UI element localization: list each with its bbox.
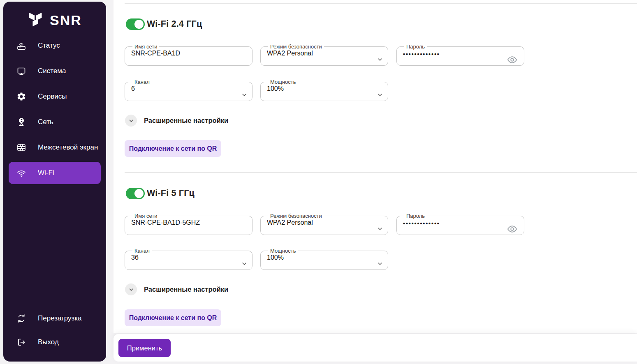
sidebar-item-firewall[interactable]: Межсетевой экран xyxy=(9,136,101,159)
wifi-24-power-select[interactable]: Мощность 100% xyxy=(260,79,388,101)
sidebar-item-logout[interactable]: Выход xyxy=(9,331,101,353)
globe-network-icon xyxy=(16,117,26,127)
expand-chevron-button[interactable] xyxy=(125,115,137,127)
chevron-down-icon xyxy=(377,92,383,98)
refresh-icon xyxy=(16,313,26,323)
chevron-down-icon xyxy=(377,56,383,63)
monitor-icon xyxy=(16,66,26,76)
wifi-5-enable-toggle[interactable] xyxy=(126,188,145,199)
power-label: Мощность xyxy=(268,79,298,85)
ssid-label: Имя сети xyxy=(132,213,159,219)
sidebar-item-services[interactable]: Сервисы xyxy=(9,85,101,108)
wifi-24-qr-connect-button[interactable]: Подключение к сети по QR xyxy=(125,140,221,157)
wifi-24-channel-select[interactable]: Канал 6 xyxy=(125,79,252,101)
advanced-settings-label: Расширенные настройки xyxy=(144,286,228,293)
sidebar-nav: Статус Система Сервисы xyxy=(3,35,106,184)
advanced-settings-label: Расширенные настройки xyxy=(144,117,228,124)
router-icon xyxy=(16,41,26,51)
sidebar-item-label: Межсетевой экран xyxy=(38,143,98,152)
snr-cube-logo-icon xyxy=(28,11,46,29)
sidebar-item-status[interactable]: Статус xyxy=(9,35,101,57)
wifi-5-security-select[interactable]: Режим безопасности WPA2 Personal xyxy=(260,213,388,235)
channel-value: 6 xyxy=(130,85,247,92)
chevron-down-icon xyxy=(377,260,383,267)
channel-label: Канал xyxy=(132,248,152,253)
wifi-5-power-select[interactable]: Мощность 100% xyxy=(260,248,388,270)
brand-name: SNR xyxy=(50,12,82,28)
expand-chevron-button[interactable] xyxy=(125,283,137,295)
section-divider xyxy=(125,172,637,173)
channel-label: Канал xyxy=(132,79,152,85)
toggle-knob xyxy=(134,20,144,29)
chevron-down-icon xyxy=(241,92,248,98)
footer-bar: Применить xyxy=(114,334,637,362)
wifi-24-security-select[interactable]: Режим безопасности WPA2 Personal xyxy=(260,44,388,66)
wifi-icon xyxy=(16,168,26,178)
gear-icon xyxy=(16,92,26,101)
password-label: Пароль xyxy=(404,44,427,49)
sidebar: SNR Статус xyxy=(3,2,106,362)
password-masked-value: ••••••••••••• xyxy=(402,220,519,227)
eye-icon[interactable] xyxy=(507,54,518,65)
wifi-24-ssid-field[interactable]: Имя сети SNR-CPE-BA1D xyxy=(125,44,252,66)
sidebar-item-system[interactable]: Система xyxy=(9,60,101,82)
password-label: Пароль xyxy=(404,213,427,219)
security-value: WPA2 Personal xyxy=(266,219,383,226)
sidebar-item-label: Wi-Fi xyxy=(38,169,54,177)
wifi-5-ssid-field[interactable]: Имя сети SNR-CPE-BA1D-5GHZ xyxy=(125,213,252,235)
power-value: 100% xyxy=(266,254,383,261)
sidebar-item-label: Сервисы xyxy=(38,92,67,101)
logout-icon xyxy=(16,337,26,347)
ssid-value: SNR-CPE-BA1D xyxy=(130,50,247,57)
chevron-down-icon xyxy=(377,226,383,232)
sidebar-item-network[interactable]: Сеть xyxy=(9,111,101,133)
wifi-5-channel-select[interactable]: Канал 36 xyxy=(125,248,252,270)
wifi-24-password-field[interactable]: Пароль ••••••••••••• xyxy=(396,44,524,66)
security-label: Режим безопасности xyxy=(268,213,324,219)
ssid-label: Имя сети xyxy=(132,44,159,49)
brand-logo: SNR xyxy=(3,10,106,30)
sidebar-item-label: Статус xyxy=(38,41,60,50)
wifi-5-qr-connect-button[interactable]: Подключение к сети по QR xyxy=(125,309,221,326)
wifi-24-advanced-settings: Расширенные настройки xyxy=(125,115,228,127)
ssid-value: SNR-CPE-BA1D-5GHZ xyxy=(130,219,247,226)
wifi-settings-page: Wi-Fi 2.4 ГГц Имя сети SNR-CPE-BA1D Режи… xyxy=(114,0,637,333)
wifi-24-enable-toggle[interactable] xyxy=(126,18,145,30)
power-value: 100% xyxy=(266,85,383,92)
wifi-5-section-title: Wi-Fi 5 ГГц xyxy=(147,188,195,198)
sidebar-item-label: Выход xyxy=(38,338,59,346)
wifi-24-section-title: Wi-Fi 2.4 ГГц xyxy=(147,19,202,29)
channel-value: 36 xyxy=(130,254,247,261)
power-label: Мощность xyxy=(268,248,298,253)
toggle-knob xyxy=(134,189,144,198)
top-divider xyxy=(125,3,637,4)
sidebar-item-wifi[interactable]: Wi-Fi xyxy=(9,162,101,184)
eye-icon[interactable] xyxy=(507,223,518,235)
sidebar-item-label: Сеть xyxy=(38,118,53,126)
sidebar-item-label: Система xyxy=(38,67,66,75)
sidebar-item-label: Перезагрузка xyxy=(38,314,81,323)
apply-button[interactable]: Применить xyxy=(118,339,171,357)
wifi-5-password-field[interactable]: Пароль ••••••••••••• xyxy=(396,213,524,235)
firewall-icon xyxy=(16,143,26,152)
security-label: Режим безопасности xyxy=(268,44,324,49)
sidebar-item-reboot[interactable]: Перезагрузка xyxy=(9,307,101,329)
chevron-down-icon xyxy=(241,260,248,267)
security-value: WPA2 Personal xyxy=(266,50,383,57)
sidebar-bottom: Перезагрузка Выход xyxy=(9,307,101,355)
password-masked-value: ••••••••••••• xyxy=(402,51,519,58)
wifi-5-advanced-settings: Расширенные настройки xyxy=(125,283,228,295)
